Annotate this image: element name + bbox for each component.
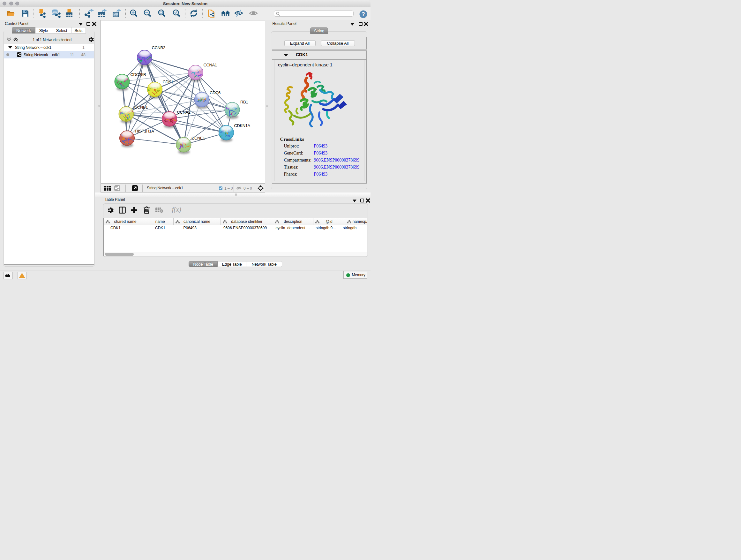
svg-text:CCNE1: CCNE1 (192, 136, 205, 140)
svg-text:RB1: RB1 (240, 100, 248, 105)
svg-text:?: ? (361, 11, 365, 17)
svg-text:CDC6: CDC6 (210, 90, 220, 95)
svg-text:CDK1: CDK1 (163, 79, 173, 84)
svg-text:CCNB1: CCNB1 (134, 105, 148, 110)
svg-text:HIST1H1A: HIST1H1A (135, 128, 154, 133)
svg-text:CCNA1: CCNA1 (204, 62, 217, 67)
svg-text:CDKN1A: CDKN1A (234, 123, 251, 128)
svg-text:CCNB2: CCNB2 (152, 45, 165, 50)
svg-text:CCNA2: CCNA2 (177, 110, 191, 114)
svg-text:CDC25B: CDC25B (131, 72, 146, 77)
